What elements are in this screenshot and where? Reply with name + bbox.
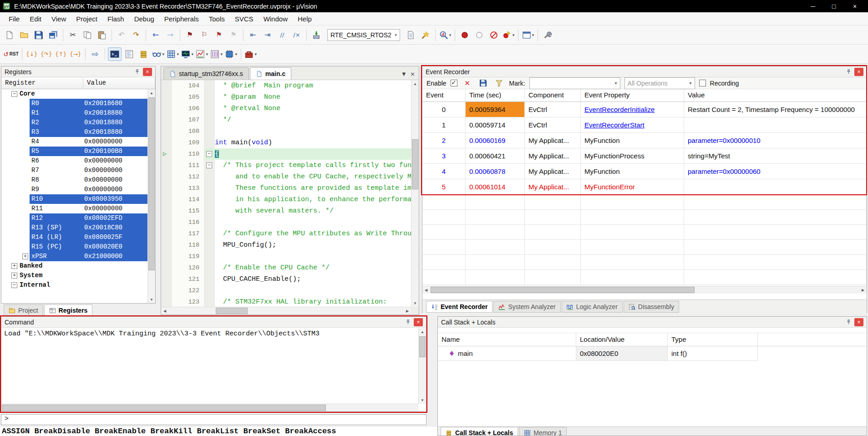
event-row[interactable]: 50.00061014My Applicat...MyFunctionError (422, 179, 867, 195)
bookmark-clear-button[interactable]: ⚑ (227, 28, 240, 42)
menu-project[interactable]: Project (71, 13, 102, 25)
register-row[interactable]: R120x08002EFD (1, 213, 147, 223)
tab-list-dropdown-icon[interactable]: ▼ (402, 72, 406, 76)
menu-tools[interactable]: Tools (204, 13, 230, 25)
nav-back-button[interactable]: ← (149, 28, 162, 42)
copy-button[interactable] (81, 28, 94, 42)
tab-registers[interactable]: Registers (44, 304, 93, 316)
breakpoint-margin[interactable] (161, 217, 172, 228)
code-line[interactable]: 118 MPU_Config(); (161, 239, 411, 251)
register-row[interactable]: R100x08003950 (1, 194, 147, 204)
nav-forward-button[interactable]: → (163, 28, 177, 42)
breakpoint-margin[interactable]: ▷ (161, 148, 172, 160)
code-line[interactable]: 115 with several masters. */ (161, 205, 411, 217)
new-file-button[interactable] (3, 28, 16, 42)
scrollbar-thumb[interactable] (412, 139, 418, 189)
expand-icon[interactable]: + (11, 273, 17, 279)
scroll-up-button[interactable]: ▲ (148, 89, 155, 96)
register-row[interactable]: +System (1, 271, 147, 280)
code-line[interactable]: 106 * @retval None (161, 103, 411, 114)
redo-button[interactable]: ↷ (129, 28, 143, 42)
sysviewer-window-button[interactable]: ▾ (224, 47, 238, 61)
register-row[interactable]: +xPSR0x21000000 (1, 252, 147, 261)
step-into-button[interactable]: {↓} (25, 47, 39, 61)
watch-window-button[interactable]: ▾ (152, 47, 165, 61)
run-to-cursor-button[interactable]: {→} (69, 47, 82, 61)
bookmark-next-button[interactable]: ⚑ (212, 28, 226, 42)
code-line[interactable]: 117 /* Configure the MPU attributes as W… (161, 228, 411, 239)
pin-button[interactable] (132, 68, 142, 76)
tab-memory-1[interactable]: Memory 1 (519, 427, 567, 436)
options-target-button[interactable] (419, 28, 432, 42)
scrollbar-thumb[interactable] (431, 287, 695, 293)
scrollbar-thumb[interactable] (419, 336, 426, 357)
editor-hscrollbar[interactable]: ◀ ▶ (161, 307, 411, 314)
breakpoint-margin[interactable] (161, 296, 172, 307)
breakpoint-margin[interactable] (161, 262, 172, 274)
event-property-link[interactable]: EventRecorderInitialize (581, 102, 684, 117)
code-line[interactable]: 120 /* Enable the CPU Cache */ (161, 262, 411, 274)
disassembly-window-button[interactable] (122, 47, 136, 61)
register-row[interactable]: R13 (SP)0x20018C80 (1, 223, 147, 233)
reset-cpu-button[interactable]: ↺RST (3, 47, 19, 61)
menu-file[interactable]: File (4, 13, 25, 25)
code-line[interactable]: 123 /* STM32F7xx HAL library initializat… (161, 296, 411, 307)
code-line[interactable]: 111− /* This project template calls firs… (161, 160, 411, 171)
command-input[interactable]: > (1, 414, 426, 425)
register-row[interactable]: R80x00000000 (1, 175, 147, 185)
menu-svcs[interactable]: SVCS (230, 13, 259, 25)
register-row[interactable]: R10x20018880 (1, 108, 147, 118)
uncomment-lines-button[interactable]: /× (290, 28, 304, 42)
code-line[interactable]: ▷110−{ (161, 148, 411, 160)
scroll-right-button[interactable]: ▶ (859, 286, 867, 294)
command-hscrollbar[interactable] (1, 404, 418, 411)
enable-checkbox[interactable] (451, 80, 457, 86)
code-line[interactable]: 113 These functions are provided as temp… (161, 183, 411, 194)
code-line[interactable]: 104 * @brief Main program (161, 80, 411, 91)
breakpoint-enable-all-button[interactable]: ▾ (502, 28, 515, 42)
save-file-button[interactable] (32, 28, 46, 42)
menu-window[interactable]: Window (259, 13, 293, 25)
breakpoint-margin[interactable] (161, 274, 172, 285)
breakpoint-margin[interactable] (161, 114, 172, 126)
registers-scrollbar[interactable]: ▲ ▼ (147, 89, 155, 303)
menu-edit[interactable]: Edit (25, 13, 46, 25)
code-line[interactable]: 122 (161, 285, 411, 296)
open-file-button[interactable] (17, 28, 31, 42)
register-row[interactable]: −Internal (1, 280, 147, 290)
event-row[interactable]: 30.00060421My Applicat...MyFunctionProce… (422, 148, 867, 164)
document-tab-startup-stm32f746xx-s[interactable]: startup_stm32f746xx.s (163, 67, 249, 80)
breakpoint-margin[interactable] (161, 194, 172, 205)
expand-icon[interactable]: + (22, 253, 28, 259)
pin-button[interactable] (403, 318, 412, 326)
breakpoint-kill-button[interactable] (487, 28, 501, 42)
recording-checkbox[interactable] (699, 80, 706, 86)
event-table-hscrollbar[interactable]: ◀ ▶ (422, 286, 867, 294)
pin-button[interactable] (844, 318, 853, 326)
breakpoint-margin[interactable] (161, 160, 172, 171)
register-row[interactable]: R00x20018680 (1, 99, 147, 108)
save-all-button[interactable] (46, 28, 60, 42)
breakpoint-margin[interactable] (161, 228, 172, 239)
code-line[interactable]: 109int main(void) (161, 137, 411, 148)
document-tab-main-c[interactable]: main.c (250, 67, 291, 80)
close-button[interactable]: × (844, 0, 865, 12)
debug-session-button[interactable]: d▾ (438, 28, 452, 42)
code-line[interactable]: 108 (161, 126, 411, 137)
undo-button[interactable]: ↶ (115, 28, 128, 42)
code-line[interactable]: 116 (161, 217, 411, 228)
trace-window-button[interactable]: ▾ (210, 47, 223, 61)
breakpoint-margin[interactable] (161, 285, 172, 296)
register-row[interactable]: R60x00000000 (1, 156, 147, 166)
breakpoint-margin[interactable] (161, 183, 172, 194)
menu-view[interactable]: View (46, 13, 71, 25)
scroll-down-button[interactable]: ▼ (411, 299, 419, 307)
cut-button[interactable]: ✂ (66, 28, 80, 42)
comment-lines-button[interactable]: // (275, 28, 289, 42)
breakpoint-insert-button[interactable] (458, 28, 472, 42)
event-row[interactable]: 00.00059364EvCtrlEventRecorderInitialize… (422, 102, 867, 117)
code-line[interactable]: 107 */ (161, 114, 411, 126)
scroll-right-button[interactable]: ▶ (404, 307, 411, 314)
step-out-button[interactable]: {↑} (54, 47, 68, 61)
breakpoint-margin[interactable] (161, 239, 172, 251)
